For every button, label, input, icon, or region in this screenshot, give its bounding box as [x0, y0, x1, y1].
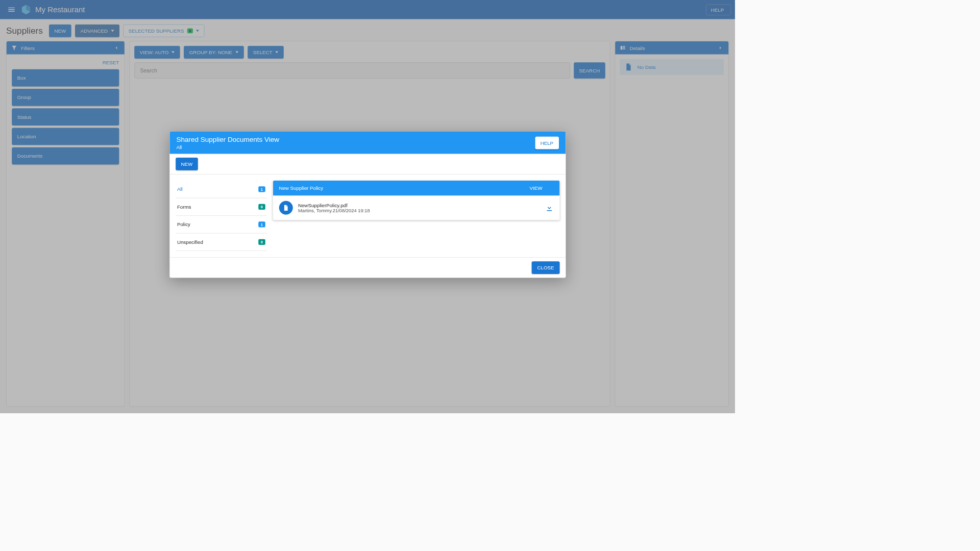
count-badge: 1	[258, 221, 265, 227]
dialog-title: Shared Supplier Documents View	[176, 136, 279, 144]
file-icon-circle	[279, 201, 292, 215]
modal-overlay[interactable]: Shared Supplier Documents View All HELP …	[0, 0, 735, 413]
category-policy[interactable]: Policy 1	[176, 216, 267, 234]
count-badge: 0	[258, 204, 265, 210]
dialog-footer: CLOSE	[169, 257, 566, 278]
view-document-button[interactable]: VIEW	[529, 185, 547, 191]
dialog-subtitle: All	[176, 144, 279, 150]
close-button[interactable]: CLOSE	[532, 261, 559, 274]
category-unspecified[interactable]: Unspecified 0	[176, 234, 267, 252]
count-badge: 1	[258, 186, 265, 192]
category-forms[interactable]: Forms 0	[176, 198, 267, 216]
count-badge: 0	[258, 239, 265, 245]
file-meta: Martins, Tommy.21/08/2024 19:18	[298, 208, 370, 214]
download-button[interactable]	[545, 204, 554, 212]
document-title: New Supplier Policy	[279, 185, 323, 191]
documents-dialog: Shared Supplier Documents View All HELP …	[169, 132, 566, 278]
category-list: All 1 Forms 0 Policy 1 Unspecified 0	[176, 181, 267, 251]
document-card-header: New Supplier Policy VIEW	[273, 181, 559, 195]
document-card: New Supplier Policy VIEW NewSupplierPoli…	[273, 181, 559, 220]
dialog-header: Shared Supplier Documents View All HELP	[169, 132, 566, 154]
download-icon	[545, 204, 554, 212]
dialog-help-button[interactable]: HELP	[535, 136, 558, 149]
dialog-new-button[interactable]: NEW	[176, 158, 198, 170]
dialog-toolbar: NEW	[169, 154, 566, 175]
file-icon	[282, 205, 289, 212]
category-all[interactable]: All 1	[176, 181, 267, 198]
file-name: NewSupplierPolicy.pdf	[298, 202, 370, 208]
